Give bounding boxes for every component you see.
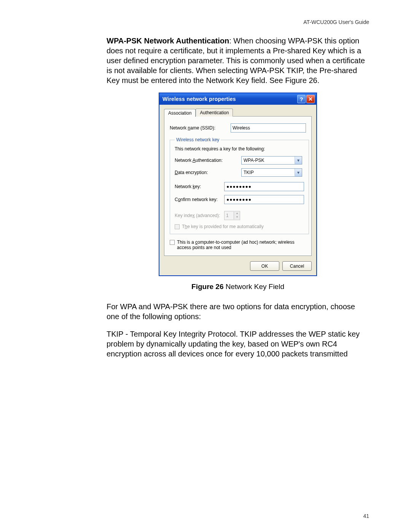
auto-key-checkbox [175,224,180,229]
key-index-spinner: 1 ▴ ▾ [224,211,240,220]
spinner-down-icon: ▾ [234,216,240,219]
close-icon[interactable]: ✕ [306,95,315,103]
figure-caption: Figure 26 Network Key Field [107,283,369,291]
chevron-down-icon: ▾ [295,169,302,176]
key-index-label: Key index (advanced): [175,213,224,218]
auto-key-checkbox-row: The key is provided for me automatically [175,224,304,229]
paragraph-2: For WPA and WPA-PSK there are two option… [107,302,369,321]
titlebar[interactable]: Wireless network properties ? ✕ [159,93,316,105]
caption-bold: Figure 26 [191,283,223,291]
data-encryption-label: Data encryption: [175,170,241,175]
intro-bold: WPA-PSK Network Authentication [107,37,229,45]
dialog-title: Wireless network properties [162,96,296,102]
data-encryption-dropdown[interactable]: TKIP ▾ [241,168,302,177]
adhoc-checkbox-row[interactable]: This is a computer-to-computer (ad hoc) … [170,240,306,250]
confirm-key-label: Confirm network key: [175,197,224,202]
group-legend: Wireless network key [175,137,221,142]
wireless-properties-dialog: Wireless network properties ? ✕ Associat… [159,93,317,276]
caption-rest: Network Key Field [224,283,284,291]
data-encryption-value: TKIP [242,170,295,175]
tab-association[interactable]: Association [164,109,196,117]
page-number: 41 [363,513,369,519]
tab-authentication[interactable]: Authentication [196,109,233,117]
adhoc-label: This is a computer-to-computer (ad hoc) … [177,240,306,250]
tab-strip: Association Authentication [164,109,312,117]
network-key-label: Network key: [175,184,224,189]
help-icon[interactable]: ? [297,95,306,103]
intro-paragraph: WPA-PSK Network Authentication: When cho… [107,36,369,85]
paragraph-3: TKIP - Temporal Key Integrity Protocol. … [107,329,369,359]
document-header: AT-WCU200G User's Guide [107,19,369,25]
network-auth-dropdown[interactable]: WPA-PSK ▾ [241,156,302,165]
tab-panel-association: Network name (SSID): Wireless network ke… [164,116,312,256]
cancel-button[interactable]: Cancel [282,261,312,271]
network-key-input[interactable] [224,182,304,191]
chevron-down-icon: ▾ [295,157,302,164]
network-auth-value: WPA-PSK [242,158,295,163]
key-index-value: 1 [225,213,234,218]
confirm-key-input[interactable] [224,195,304,204]
group-intro-text: This network requires a key for the foll… [175,146,304,152]
adhoc-checkbox[interactable] [170,240,175,245]
ssid-input[interactable] [231,123,306,133]
ssid-label: Network name (SSID): [170,125,231,131]
auto-key-label: The key is provided for me automatically [182,224,264,229]
ok-button[interactable]: OK [250,261,279,271]
network-auth-label: Network Authentication: [175,158,241,163]
wireless-network-key-group: Wireless network key This network requir… [170,137,309,234]
